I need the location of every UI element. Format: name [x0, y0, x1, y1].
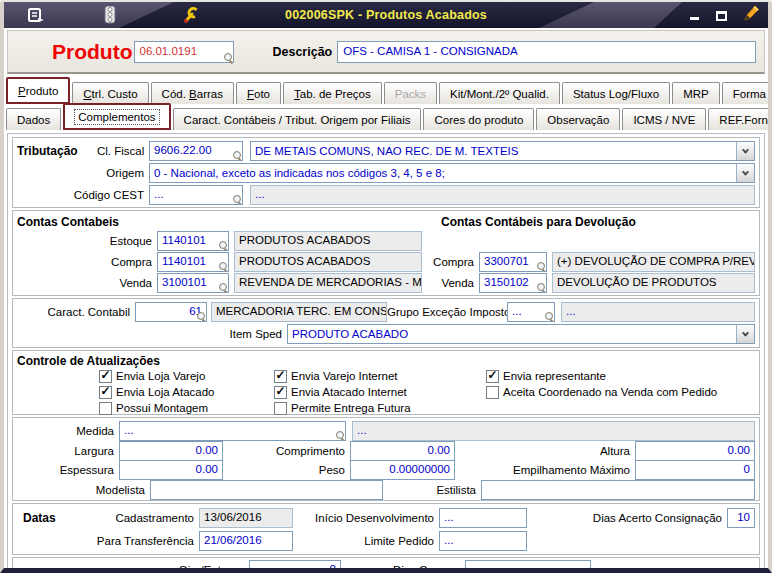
checkbox-box[interactable] — [99, 370, 112, 383]
tab-observacao[interactable]: Observação — [536, 108, 620, 130]
traffic-light-icon[interactable] — [100, 6, 120, 24]
codigo-cest-desc-field: ... — [250, 185, 755, 205]
tab-content: Tributação Cl. Fiscal 9606.22.00 DE META… — [7, 133, 765, 570]
controle-title: Controle de Atualizações — [17, 354, 160, 368]
checkbox-envia-loja-atacado[interactable]: Envia Loja Atacado — [99, 384, 214, 400]
comprimento-label: Comprimento — [223, 445, 350, 457]
lookup-icon[interactable] — [218, 283, 228, 293]
tab-ctrl-custo[interactable]: Ctrl. Custo — [72, 82, 148, 104]
caract-contabil-code-field[interactable]: 61 — [135, 302, 207, 322]
checkbox-box[interactable] — [486, 386, 499, 399]
empilhamento-label: Empilhamento Máximo — [455, 464, 635, 476]
grupo-excecao-code-field[interactable]: ... — [507, 302, 555, 322]
estoque-code-field[interactable]: 1140101 — [157, 231, 229, 251]
dropdown-arrow-icon[interactable] — [736, 164, 754, 182]
checkbox-envia-loja-varejo[interactable]: Envia Loja Varejo — [99, 368, 205, 384]
checkbox-box[interactable] — [99, 386, 112, 399]
checkbox-box[interactable] — [486, 370, 499, 383]
section-tributacao: Tributação Cl. Fiscal 9606.22.00 DE META… — [12, 137, 760, 208]
tab-caract-contabeis-filiais[interactable]: Caract. Contábeis / Tribut. Origem por F… — [173, 108, 422, 130]
codigo-cest-code-field[interactable]: ... — [149, 185, 243, 205]
modelista-field[interactable] — [150, 480, 383, 500]
caract-contabil-label: Caract. Contabil — [17, 306, 135, 318]
product-code-field[interactable]: 06.01.0191 — [134, 41, 234, 63]
lookup-icon[interactable] — [232, 195, 242, 205]
checkbox-envia-varejo-internet[interactable]: Envia Varejo Internet — [274, 368, 398, 384]
contas-title: Contas Contabeis — [17, 215, 441, 229]
item-sped-combo[interactable]: PRODUTO ACABADO — [287, 324, 755, 344]
checkbox-box[interactable] — [274, 386, 287, 399]
comprimento-field[interactable]: 0.00 — [350, 441, 455, 461]
espessura-field[interactable]: 0.00 — [119, 460, 223, 480]
grupo-excecao-desc-field: ... — [561, 302, 755, 322]
giro-entrega-field[interactable]: 0 — [249, 560, 341, 573]
empilhamento-field[interactable]: 0 — [635, 460, 755, 480]
lookup-icon[interactable] — [232, 151, 242, 161]
checkbox-aceita-coordenado[interactable]: Aceita Coordenado na Venda com Pedido — [486, 384, 717, 400]
edit-pencil-icon[interactable] — [742, 4, 760, 26]
checkbox-box[interactable] — [274, 370, 287, 383]
tab-foto[interactable]: Foto — [236, 82, 281, 104]
tab-cores-do-produto[interactable]: Cores do produto — [423, 108, 534, 130]
tab-cod-barras[interactable]: Cód. Barras — [151, 82, 234, 104]
venda-desc-field: REVENDA DE MERCADORIAS - MERC. NACIONA — [234, 273, 422, 293]
inicio-desenvolvimento-label: Início Desenvolvimento — [293, 512, 439, 524]
checkbox-permite-entrega-futura[interactable]: Permite Entrega Futura — [274, 400, 411, 416]
tab-status-log-fluxo[interactable]: Status Log/Fluxo — [562, 82, 670, 104]
item-sped-label: Item Sped — [17, 328, 287, 340]
tab-mrp[interactable]: MRP — [672, 82, 720, 104]
cl-fiscal-desc-combo[interactable]: DE METAIS COMUNS, NAO REC. DE M. TEXTEIS — [250, 141, 755, 161]
lookup-icon[interactable] — [196, 312, 206, 322]
lookup-icon[interactable] — [536, 262, 546, 272]
dropdown-arrow-icon[interactable] — [736, 325, 754, 343]
app-window: 002006SPK - Produtos Acabados — [0, 0, 772, 573]
lookup-icon[interactable] — [335, 431, 345, 441]
peso-field[interactable]: 0.00000000 — [350, 460, 455, 480]
para-transferencia-field[interactable]: 21/06/2016 — [199, 531, 293, 551]
checkbox-possui-montagem[interactable]: Possui Montagem — [99, 400, 208, 416]
lookup-icon[interactable] — [544, 312, 554, 322]
tab-ref-fornecedor[interactable]: REF.Fornecedor — [708, 108, 772, 130]
lookup-icon[interactable] — [218, 241, 228, 251]
cl-fiscal-code-field[interactable]: 9606.22.00 — [149, 141, 243, 161]
medida-code-field[interactable]: ... — [119, 421, 346, 441]
compra-code-field[interactable]: 1140101 — [157, 252, 229, 272]
checkbox-envia-representante[interactable]: Envia representante — [486, 368, 606, 384]
limite-pedido-field[interactable]: ... — [439, 531, 527, 551]
checkbox-envia-atacado-internet[interactable]: Envia Atacado Internet — [274, 384, 407, 400]
tab-forma-pgto[interactable]: Forma Pgto. — [722, 82, 772, 104]
dias-acerto-field[interactable]: 10 — [727, 508, 755, 528]
product-label: Produto — [52, 40, 132, 64]
estilista-field[interactable] — [481, 480, 755, 500]
form-icon[interactable] — [26, 6, 46, 24]
tab-produto[interactable]: Produto — [6, 77, 70, 104]
dev-compra-code-field[interactable]: 3300701 — [479, 252, 547, 272]
tab-kit-mont[interactable]: Kit/Mont./2º Qualid. — [439, 82, 560, 104]
section-contas-contabeis: Contas Contabeis Contas Contábeis para D… — [12, 210, 760, 296]
minimize-button[interactable] — [688, 10, 701, 21]
venda-code-field[interactable]: 3100101 — [157, 273, 229, 293]
dev-venda-code-field[interactable]: 3150102 — [479, 273, 547, 293]
wrench-icon[interactable] — [180, 6, 200, 24]
caract-contabil-desc-field: MERCADORIA TERC. EM CONSIG. N — [211, 302, 387, 322]
lookup-icon[interactable] — [536, 283, 546, 293]
largura-field[interactable]: 0.00 — [119, 441, 223, 461]
tab-icms-nve[interactable]: ICMS / NVE — [622, 108, 706, 130]
description-field[interactable]: OFS - CAMISA 1 - CONSIGNADA — [337, 41, 756, 63]
lookup-icon[interactable] — [218, 262, 228, 272]
origem-combo[interactable]: 0 - Nacional, exceto as indicadas nos có… — [149, 163, 755, 183]
tab-dados[interactable]: Dados — [6, 108, 61, 130]
altura-field[interactable]: 0.00 — [635, 441, 755, 461]
checkbox-box[interactable] — [274, 402, 287, 415]
peso-label: Peso — [223, 464, 350, 476]
tab-complementos[interactable]: Complementos — [63, 103, 170, 130]
checkbox-box[interactable] — [99, 402, 112, 415]
tab-tab-de-precos[interactable]: Tab. de Preços — [283, 82, 382, 104]
dias-acerto-label: Dias Acerto Consignação — [527, 512, 727, 524]
dias-compra-field[interactable]: ... — [465, 560, 591, 573]
dropdown-arrow-icon[interactable] — [736, 142, 754, 160]
lookup-icon[interactable] — [223, 53, 233, 63]
inicio-desenvolvimento-field[interactable]: ... — [439, 508, 527, 528]
cl-fiscal-label: Cl. Fiscal — [97, 145, 149, 157]
maximize-button[interactable] — [715, 10, 728, 21]
